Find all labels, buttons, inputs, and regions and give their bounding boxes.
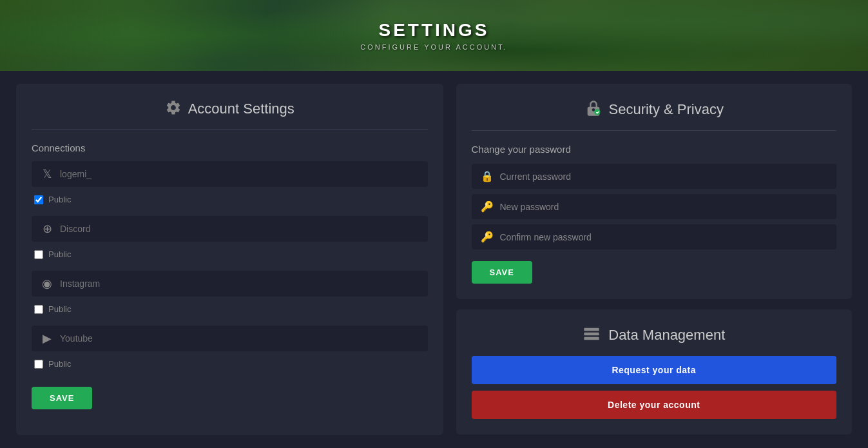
twitter-icon: 𝕏 <box>41 168 53 180</box>
discord-icon: ⊕ <box>41 222 53 235</box>
page-subtitle: CONFIGURE YOUR ACCOUNT. <box>360 43 507 51</box>
security-save-button[interactable]: SAVE <box>472 261 532 284</box>
instagram-input[interactable] <box>60 278 419 289</box>
data-mgmt-title: Data Management <box>608 327 725 344</box>
twitter-public-checkbox[interactable] <box>34 195 43 204</box>
new-password-input[interactable] <box>500 202 828 212</box>
svg-rect-3 <box>584 337 599 340</box>
youtube-input[interactable] <box>60 333 419 344</box>
account-save-button[interactable]: SAVE <box>32 387 92 409</box>
svg-point-0 <box>594 109 600 115</box>
youtube-public-checkbox[interactable] <box>34 360 43 369</box>
youtube-public-row: Public <box>32 356 428 371</box>
security-icon <box>584 99 603 120</box>
page-title: SETTINGS <box>378 20 489 41</box>
key-icon-confirm: 🔑 <box>481 231 494 243</box>
request-data-button[interactable]: Request your data <box>472 356 837 384</box>
instagram-public-row: Public <box>32 302 428 317</box>
current-password-input[interactable] <box>500 171 828 182</box>
instagram-public-checkbox[interactable] <box>34 305 43 314</box>
hero-header: SETTINGS CONFIGURE YOUR ACCOUNT. <box>0 0 868 71</box>
svg-rect-1 <box>584 328 599 331</box>
data-management-icon <box>583 325 601 346</box>
security-privacy-panel: Security & Privacy Change your password … <box>456 84 853 299</box>
connections-label: Connections <box>32 142 428 153</box>
data-management-panel: Data Management Request your data Delete… <box>456 309 853 434</box>
confirm-password-row: 🔑 <box>472 224 837 249</box>
discord-input[interactable] <box>60 224 419 234</box>
delete-account-button[interactable]: Delete your account <box>472 391 837 419</box>
account-settings-title: Account Settings <box>188 101 294 117</box>
new-password-row: 🔑 <box>472 194 837 219</box>
twitter-public-label: Public <box>48 195 71 204</box>
change-password-label: Change your password <box>472 144 837 155</box>
instagram-connection-row: ◉ <box>32 271 428 297</box>
discord-connection-row: ⊕ <box>32 216 428 242</box>
instagram-icon: ◉ <box>41 277 53 290</box>
youtube-public-label: Public <box>48 359 71 369</box>
youtube-icon: ▶ <box>41 332 53 345</box>
twitter-connection-row: 𝕏 <box>32 161 428 187</box>
discord-public-label: Public <box>48 249 71 259</box>
right-panel: Security & Privacy Change your password … <box>456 84 853 435</box>
twitter-public-row: Public <box>32 192 428 207</box>
security-divider <box>472 130 837 131</box>
youtube-connection-row: ▶ <box>32 326 428 351</box>
main-content: Account Settings Connections 𝕏 Public ⊕ … <box>0 71 868 448</box>
panel-divider <box>32 129 428 130</box>
discord-public-checkbox[interactable] <box>34 250 43 259</box>
twitter-input[interactable] <box>60 169 419 179</box>
security-header: Security & Privacy <box>472 99 837 120</box>
account-settings-header: Account Settings <box>32 99 428 119</box>
discord-public-row: Public <box>32 247 428 262</box>
instagram-public-label: Public <box>48 304 71 314</box>
account-settings-panel: Account Settings Connections 𝕏 Public ⊕ … <box>16 84 443 435</box>
confirm-password-input[interactable] <box>500 232 828 242</box>
data-mgmt-header: Data Management <box>472 325 837 346</box>
key-icon-new: 🔑 <box>481 200 494 213</box>
svg-rect-2 <box>584 333 599 336</box>
lock-icon: 🔒 <box>481 170 494 182</box>
security-title: Security & Privacy <box>609 101 724 118</box>
gear-icon <box>165 99 182 119</box>
current-password-row: 🔒 <box>472 164 837 189</box>
